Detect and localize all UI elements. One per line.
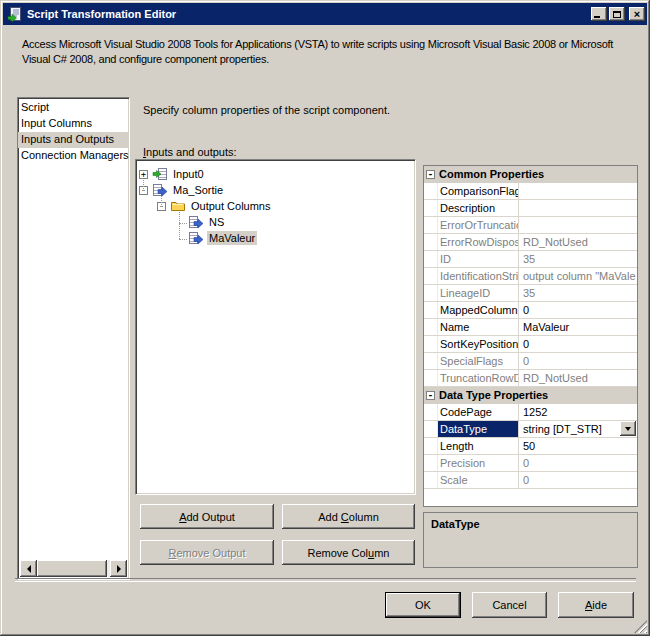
property-row-name[interactable]: Name MaValeur <box>424 319 637 336</box>
scroll-left-icon <box>23 565 31 573</box>
collapse-minus-icon[interactable]: - <box>426 170 435 179</box>
property-row-specialflags[interactable]: SpecialFlags 0 <box>424 353 637 370</box>
property-row-sortkeyposition[interactable]: SortKeyPosition 0 <box>424 336 637 353</box>
window-title: Script Transformation Editor <box>27 8 176 20</box>
close-button[interactable]: × <box>629 7 645 21</box>
add-output-button[interactable]: Add Output <box>140 504 274 529</box>
page-item-input-columns[interactable]: Input Columns <box>18 116 129 132</box>
property-row-length[interactable]: Length 50 <box>424 438 637 455</box>
page-item-script[interactable]: Script <box>18 100 129 116</box>
horizontal-scrollbar[interactable] <box>20 560 127 577</box>
remove-column-button[interactable]: Remove Column <box>282 540 415 565</box>
tree-connector <box>179 223 187 224</box>
tree-item-mavaleur[interactable]: MaValeur <box>136 230 415 246</box>
property-row-errorrowdisposition[interactable]: ErrorRowDisposition RD_NotUsed <box>424 234 637 251</box>
folder-icon <box>170 198 186 214</box>
dialog-description: Access Microsoft Visual Studio 2008 Tool… <box>22 37 642 67</box>
output-icon <box>152 182 168 198</box>
chevron-down-icon <box>625 427 631 434</box>
expand-plus-icon[interactable]: + <box>139 170 148 179</box>
resize-grip-icon[interactable] <box>634 620 647 633</box>
property-row-datatype[interactable]: DataType string [DT_STR] <box>424 421 637 438</box>
property-row-mappedcolumnid[interactable]: MappedColumnID 0 <box>424 302 637 319</box>
scrollbar-thumb[interactable] <box>37 560 107 577</box>
description-line-2: Visual C# 2008, and configure component … <box>22 52 642 67</box>
tree-item-label[interactable]: Output Columns <box>189 199 272 213</box>
tree-item-ma-sortie[interactable]: - Ma_Sortie <box>136 182 415 198</box>
property-row-comparisonflags[interactable]: ComparisonFlags <box>424 183 637 200</box>
category-data-type-properties[interactable]: - Data Type Properties <box>424 387 637 404</box>
tree-connector <box>179 212 180 239</box>
tree-item-input0[interactable]: + Input0 <box>136 166 415 182</box>
scroll-right-button[interactable] <box>110 560 127 577</box>
minimize-icon <box>594 16 600 18</box>
property-row-lineageid[interactable]: LineageID 35 <box>424 285 637 302</box>
datatype-value: string [DT_STR] <box>523 423 602 435</box>
property-row-errorortruncationoperation[interactable]: ErrorOrTruncationOperation <box>424 217 637 234</box>
tree-connector <box>179 239 187 240</box>
property-row-identificationstring[interactable]: IdentificationString output column "MaVa… <box>424 268 637 285</box>
page-list: Script Input Columns Inputs and Outputs … <box>17 97 130 580</box>
ok-button[interactable]: OK <box>385 592 461 618</box>
help-button[interactable]: Aide <box>558 592 634 618</box>
datatype-dropdown-button[interactable] <box>620 421 636 436</box>
tree-item-label[interactable]: NS <box>207 215 226 229</box>
add-column-button[interactable]: Add Column <box>282 504 415 529</box>
script-icon <box>7 6 23 22</box>
maximize-icon <box>613 11 621 18</box>
footer-divider <box>15 578 636 582</box>
remove-output-button: Remove Output <box>140 540 274 565</box>
scroll-left-button[interactable] <box>20 560 37 577</box>
tree-item-label-selected[interactable]: MaValeur <box>207 231 257 245</box>
tree-item-ns[interactable]: NS <box>136 214 415 230</box>
tree-item-output-columns[interactable]: - Output Columns <box>136 198 415 214</box>
minimize-button[interactable] <box>591 7 607 21</box>
scroll-right-icon <box>117 565 125 573</box>
tree-item-label[interactable]: Ma_Sortie <box>171 183 225 197</box>
instruction-text: Specify column properties of the script … <box>143 104 390 116</box>
category-label: Data Type Properties <box>439 389 548 401</box>
maximize-button[interactable] <box>609 7 625 21</box>
tree-connector <box>143 180 144 191</box>
tree-label: Inputs and outputs: <box>143 146 237 158</box>
tree-item-label[interactable]: Input0 <box>171 167 206 181</box>
title-bar: Script Transformation Editor × <box>3 3 647 25</box>
close-icon: × <box>634 9 640 19</box>
output-column-icon <box>188 214 204 230</box>
help-panel-title: DataType <box>424 513 637 530</box>
output-column-icon <box>188 230 204 246</box>
collapse-minus-icon[interactable]: - <box>426 391 435 400</box>
inputs-outputs-tree: + Input0 - Ma_Sortie - <box>135 159 416 495</box>
property-row-precision[interactable]: Precision 0 <box>424 455 637 472</box>
property-row-codepage[interactable]: CodePage 1252 <box>424 404 637 421</box>
property-row-truncationrowdisposition[interactable]: TruncationRowDisposition RD_NotUsed <box>424 370 637 387</box>
tree-connector <box>161 196 162 207</box>
page-item-inputs-and-outputs[interactable]: Inputs and Outputs <box>18 132 129 148</box>
input-icon <box>152 166 168 182</box>
category-label: Common Properties <box>439 168 544 180</box>
dialog-window: Script Transformation Editor × Access Mi… <box>0 0 650 636</box>
property-row-scale[interactable]: Scale 0 <box>424 472 637 489</box>
property-grid: - Common Properties ComparisonFlags Desc… <box>423 165 638 507</box>
category-common-properties[interactable]: - Common Properties <box>424 166 637 183</box>
cancel-button[interactable]: Cancel <box>472 592 547 618</box>
property-row-description[interactable]: Description <box>424 200 637 217</box>
property-help-panel: DataType <box>423 512 638 568</box>
description-line-1: Access Microsoft Visual Studio 2008 Tool… <box>22 37 642 52</box>
page-item-connection-managers[interactable]: Connection Managers <box>18 148 129 164</box>
property-row-id[interactable]: ID 35 <box>424 251 637 268</box>
